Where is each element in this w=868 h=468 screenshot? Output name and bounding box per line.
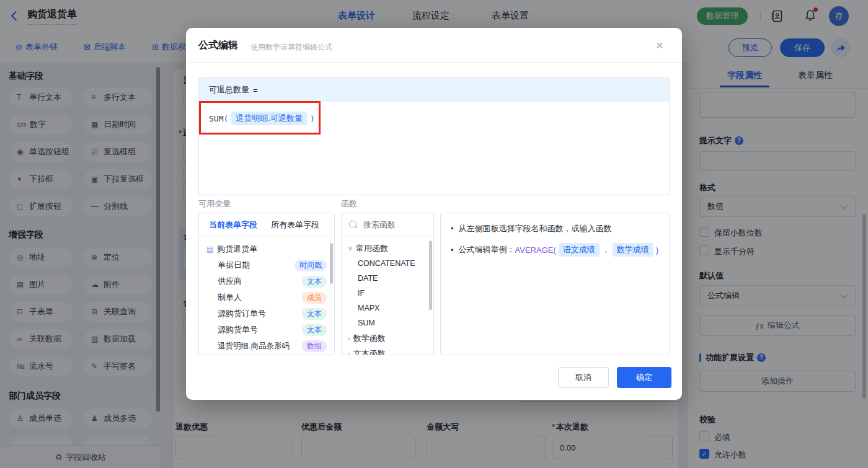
type-badge: 成员 bbox=[302, 292, 327, 304]
document-icon: ▤ bbox=[206, 245, 213, 254]
function-item[interactable]: MAPX bbox=[342, 301, 433, 316]
function-item[interactable]: DATE bbox=[342, 271, 433, 286]
variable-name: 退货明细.商品条形码 bbox=[218, 341, 290, 351]
type-badge: 时间戳 bbox=[294, 260, 327, 272]
functions-scrollbar[interactable] bbox=[429, 241, 432, 310]
bullet: • bbox=[451, 224, 454, 233]
tip-line-1: •从左侧面板选择字段名和函数，或输入函数 bbox=[451, 223, 669, 234]
variable-row[interactable]: 制单人成员 bbox=[199, 289, 334, 306]
variable-name: 供应商 bbox=[218, 276, 242, 287]
confirm-button[interactable]: 确定 bbox=[617, 367, 671, 388]
example-chip: 数学成绩 bbox=[613, 243, 653, 257]
open-paren: ( bbox=[223, 114, 228, 123]
variables-label: 可用变量 bbox=[198, 198, 231, 210]
variable-row[interactable]: 单据日期时间戳 bbox=[199, 257, 334, 273]
variable-row[interactable]: 源购货订单号文本 bbox=[199, 306, 334, 322]
tip-example-prefix: 公式编辑举例： bbox=[459, 244, 515, 255]
tab-all-form-fields[interactable]: 所有表单字段 bbox=[271, 219, 319, 231]
variable-name: 源购货单号 bbox=[218, 324, 258, 335]
variable-row[interactable]: 退货明细.商品条形码数组 bbox=[199, 338, 334, 354]
tips-panel: •从左侧面板选择字段名和函数，或输入函数 • 公式编辑举例： AVERAGE( … bbox=[440, 213, 670, 355]
close-paren: ) bbox=[310, 114, 315, 123]
function-name: SUM bbox=[209, 114, 223, 123]
type-badge: 文本 bbox=[302, 324, 327, 336]
example-chip: 语文成绩 bbox=[559, 243, 600, 257]
function-search[interactable] bbox=[342, 213, 433, 236]
example-close-paren: ) bbox=[656, 245, 658, 255]
function-group-math[interactable]: ›数学函数 bbox=[342, 330, 433, 346]
equals-sign: = bbox=[253, 86, 258, 95]
variables-panel: 当前表单字段 所有表单字段 ▤购货退货单 单据日期时间戳 供应商文本 制单人成员… bbox=[198, 213, 335, 355]
modal-title: 公式编辑 bbox=[198, 39, 238, 52]
variable-tree-root[interactable]: ▤购货退货单 bbox=[199, 241, 334, 257]
tip-line-2: • 公式编辑举例： AVERAGE( 语文成绩 ， 数学成绩 ) bbox=[451, 243, 669, 257]
app-window: 购货退货单 表单设计 流程设定 表单设置 数据管理 存 ⊘表单外链 ⊠后端脚本 … bbox=[0, 0, 868, 468]
variable-name: 单据日期 bbox=[218, 260, 250, 271]
functions-panel: ∨常用函数 CONCATENATE DATE IF MAPX SUM ›数学函数… bbox=[341, 213, 434, 355]
function-item[interactable]: SUM bbox=[342, 316, 433, 330]
cancel-button[interactable]: 取消 bbox=[558, 367, 609, 388]
comma: ， bbox=[602, 244, 610, 255]
formula-target-name: 可退总数量 bbox=[209, 84, 249, 95]
divider bbox=[186, 62, 682, 63]
formula-editor-modal: 公式编辑 使用数学运算符编辑公式 × 可退总数量= SUM(退货明细.可退数量)… bbox=[186, 28, 682, 400]
functions-label: 函数 bbox=[341, 198, 357, 210]
type-badge: 文本 bbox=[302, 308, 327, 320]
formula-expression[interactable]: SUM(退货明细.可退数量) bbox=[199, 102, 669, 135]
tip-text: 从左侧面板选择字段名和函数，或输入函数 bbox=[459, 224, 612, 233]
variables-scrollbar[interactable] bbox=[330, 243, 333, 284]
type-badge: 文本 bbox=[302, 276, 327, 288]
close-icon[interactable]: × bbox=[656, 39, 663, 51]
field-chip[interactable]: 退货明细.可退数量 bbox=[231, 112, 307, 125]
variable-row[interactable]: 源购货单号文本 bbox=[199, 322, 334, 338]
tab-current-form-fields[interactable]: 当前表单字段 bbox=[209, 219, 257, 231]
search-icon bbox=[349, 221, 356, 228]
example-function: AVERAGE( bbox=[515, 245, 556, 255]
function-group-text[interactable]: ›文本函数 bbox=[342, 346, 433, 355]
variable-name: 制单人 bbox=[218, 292, 242, 303]
chevron-right-icon: › bbox=[348, 335, 350, 342]
modal-subtitle: 使用数学运算符编辑公式 bbox=[250, 42, 332, 53]
variable-row[interactable]: 供应商文本 bbox=[199, 273, 334, 289]
variable-row[interactable] bbox=[199, 354, 334, 355]
variable-name: 源购货订单号 bbox=[218, 308, 266, 319]
bullet: • bbox=[451, 245, 454, 255]
type-badge: 数组 bbox=[302, 340, 327, 352]
chevron-right-icon: › bbox=[348, 350, 350, 356]
search-input[interactable] bbox=[362, 219, 423, 230]
chevron-down-icon: ∨ bbox=[348, 244, 353, 252]
function-item[interactable]: CONCATENATE bbox=[342, 256, 433, 271]
function-item[interactable]: IF bbox=[342, 286, 433, 301]
function-group-common[interactable]: ∨常用函数 bbox=[342, 241, 433, 256]
formula-target-bar: 可退总数量= bbox=[199, 78, 669, 102]
formula-input-area[interactable]: 可退总数量= SUM(退货明细.可退数量) bbox=[198, 77, 670, 195]
variables-tabs: 当前表单字段 所有表单字段 bbox=[199, 213, 334, 236]
root-name: 购货退货单 bbox=[217, 244, 257, 255]
